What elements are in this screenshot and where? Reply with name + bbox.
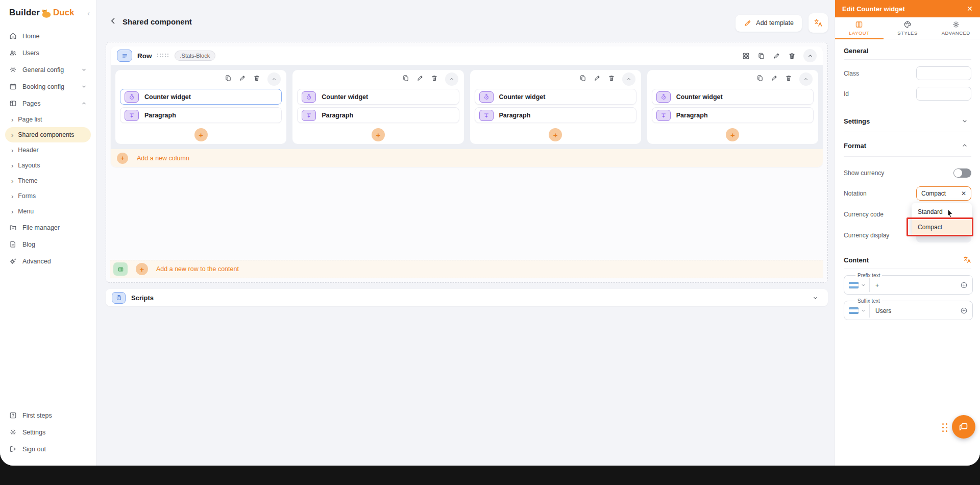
sidebar-collapse-icon[interactable]: ‹ <box>87 9 90 17</box>
paragraph-icon <box>656 110 671 121</box>
language-flag-select[interactable] <box>847 278 870 292</box>
translate-icon[interactable] <box>963 256 971 264</box>
back-icon[interactable] <box>109 17 117 25</box>
counter-widget-item[interactable]: Counter widget <box>297 89 459 105</box>
add-widget-button[interactable]: + <box>372 128 385 141</box>
row-delete-icon[interactable] <box>788 52 796 60</box>
column-copy-icon[interactable] <box>402 75 409 84</box>
column-edit-icon[interactable] <box>771 75 778 84</box>
settings-expand-icon[interactable] <box>958 115 971 127</box>
column-collapse-icon[interactable] <box>267 72 281 86</box>
paragraph-item[interactable]: Paragraph <box>475 107 636 123</box>
add-column-button[interactable]: + Add a new column <box>111 149 823 167</box>
class-input[interactable] <box>916 66 971 80</box>
palette-icon <box>903 20 912 29</box>
option-compact[interactable]: Compact <box>912 220 972 235</box>
row-drag-handle-icon[interactable] <box>157 54 169 58</box>
add-widget-button[interactable]: + <box>726 128 739 141</box>
settings-heading: Settings <box>844 117 870 125</box>
sidebar-subitem-shared-components[interactable]: › Shared components <box>5 127 91 142</box>
chat-drag-handle-icon[interactable] <box>942 423 949 434</box>
clear-icon[interactable]: ✕ <box>961 190 966 197</box>
column-edit-icon[interactable] <box>416 75 424 84</box>
column-delete-icon[interactable] <box>785 75 792 84</box>
sidebar-subitem-label: Page list <box>18 116 42 123</box>
column-collapse-icon[interactable] <box>445 72 458 86</box>
column-delete-icon[interactable] <box>253 75 260 84</box>
sidebar-item-file-manager[interactable]: File manager <box>5 219 91 236</box>
notation-select[interactable]: Compact ✕ <box>916 186 971 201</box>
sidebar-item-pages[interactable]: Pages <box>5 95 91 112</box>
sidebar-subitem-page-list[interactable]: › Page list <box>5 112 91 127</box>
add-variable-icon[interactable] <box>960 307 968 314</box>
suffix-text-input[interactable] <box>870 307 960 314</box>
row-type-icon[interactable] <box>117 50 132 62</box>
id-input[interactable] <box>916 87 971 101</box>
sidebar-item-settings[interactable]: Settings <box>5 424 91 441</box>
add-widget-button[interactable]: + <box>549 128 562 141</box>
sidebar-item-general-config[interactable]: General config <box>5 61 91 78</box>
column-delete-icon[interactable] <box>431 75 438 84</box>
sidebar-subitem-theme[interactable]: › Theme <box>5 173 91 188</box>
column-delete-icon[interactable] <box>608 75 615 84</box>
sidebar-subitem-layouts[interactable]: › Layouts <box>5 158 91 173</box>
row-collapse-icon[interactable] <box>803 49 817 62</box>
tab-styles[interactable]: STYLES <box>884 17 932 39</box>
gear-icon <box>9 66 17 74</box>
sidebar-subitem-menu[interactable]: › Menu <box>5 204 91 219</box>
add-row-button[interactable]: + Add a new row to the content <box>110 260 823 278</box>
paragraph-item[interactable]: Paragraph <box>652 107 814 123</box>
row-grid-icon[interactable] <box>742 52 750 60</box>
sidebar-item-advanced[interactable]: Advanced <box>5 253 91 270</box>
app-window: Builder Duck ‹ Home Users Genera <box>0 0 980 466</box>
scripts-collapse-icon[interactable] <box>808 291 822 304</box>
column-edit-icon[interactable] <box>594 75 601 84</box>
column-edit-icon[interactable] <box>239 75 246 84</box>
counter-widget-item[interactable]: Counter widget <box>475 89 636 105</box>
sidebar-item-sign-out[interactable]: Sign out <box>5 441 91 457</box>
prefix-text-input[interactable] <box>870 282 960 289</box>
sidebar-item-users[interactable]: Users <box>5 44 91 61</box>
language-flag-select[interactable] <box>847 304 870 318</box>
add-template-button[interactable]: Add template <box>736 15 802 32</box>
sidebar-item-first-steps[interactable]: First steps <box>5 407 91 424</box>
paragraph-item[interactable]: Paragraph <box>120 107 282 123</box>
column-copy-icon[interactable] <box>756 75 764 84</box>
format-collapse-icon[interactable] <box>958 139 971 152</box>
paragraph-icon <box>302 110 316 121</box>
chevron-right-icon: › <box>11 132 13 138</box>
sidebar-item-blog[interactable]: Blog <box>5 236 91 253</box>
column-collapse-icon[interactable] <box>799 72 813 86</box>
tab-advanced[interactable]: ADVANCED <box>932 17 980 39</box>
chat-button[interactable] <box>952 415 975 439</box>
row-copy-icon[interactable] <box>757 52 765 60</box>
paragraph-item[interactable]: Paragraph <box>297 107 459 123</box>
counter-widget-item[interactable]: Counter widget <box>120 89 282 105</box>
sidebar-subitem-forms[interactable]: › Forms <box>5 188 91 204</box>
general-heading: General <box>844 47 971 55</box>
sidebar-item-home[interactable]: Home <box>5 28 91 44</box>
tab-layout[interactable]: LAYOUT <box>835 17 884 39</box>
row-edit-icon[interactable] <box>773 52 780 60</box>
column-copy-icon[interactable] <box>225 75 232 84</box>
sidebar-subitem-header[interactable]: › Header <box>5 142 91 158</box>
counter-widget-item[interactable]: Counter widget <box>652 89 814 105</box>
column-copy-icon[interactable] <box>579 75 586 84</box>
add-row-label: Add a new row to the content <box>156 265 239 273</box>
translate-button[interactable] <box>808 13 828 33</box>
add-variable-icon[interactable] <box>960 281 968 289</box>
suffix-text-label: Suffix text <box>855 298 882 304</box>
widget-label: Counter widget <box>144 93 191 101</box>
sidebar-item-booking-config[interactable]: Booking config <box>5 78 91 95</box>
add-widget-button[interactable]: + <box>194 128 208 141</box>
tab-label: LAYOUT <box>849 30 869 36</box>
home-icon <box>9 32 17 40</box>
logo[interactable]: Builder Duck ‹ <box>0 0 96 23</box>
counter-widget-icon <box>125 91 139 103</box>
column-collapse-icon[interactable] <box>622 72 635 86</box>
close-icon[interactable]: ✕ <box>967 5 973 13</box>
show-currency-toggle[interactable] <box>953 168 971 178</box>
notation-label: Notation <box>844 190 867 197</box>
option-standard[interactable]: Standard <box>912 204 972 220</box>
scripts-block[interactable]: Scripts <box>106 289 828 306</box>
